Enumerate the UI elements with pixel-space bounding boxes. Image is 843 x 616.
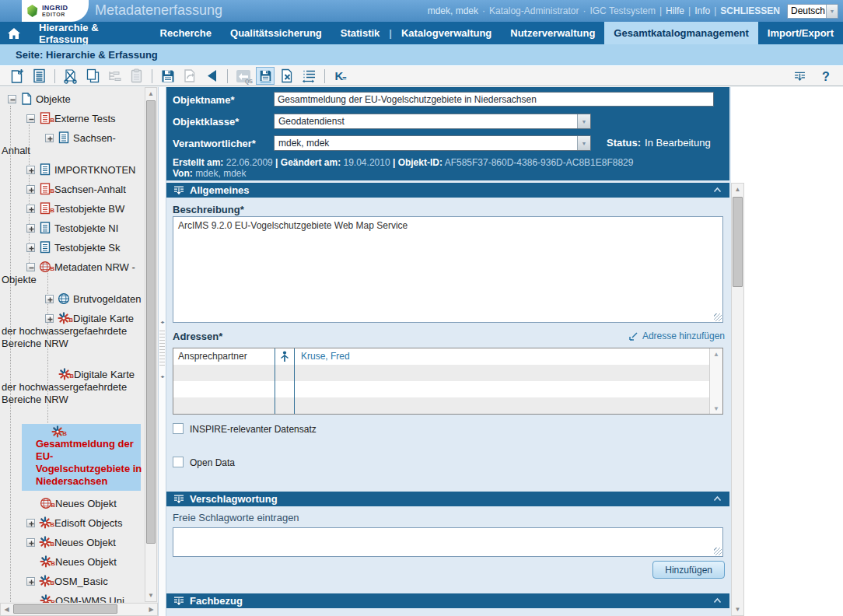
address-row-empty[interactable] — [173, 365, 709, 381]
resize-grip[interactable] — [714, 313, 722, 321]
collapse-chevron-icon[interactable] — [713, 597, 722, 604]
collapse-expander[interactable] — [8, 95, 16, 103]
splitter-collapse-icon[interactable]: ◂▸ — [159, 319, 166, 324]
tree-item-testobjekte-bw[interactable]: BTestobjekte BW — [0, 202, 143, 215]
nav-recherche[interactable]: Recherche — [151, 22, 221, 44]
copy-button[interactable] — [83, 67, 102, 85]
nav-nutzerverwaltung[interactable]: Nutzerverwaltung — [501, 22, 604, 44]
objektklasse-select[interactable]: Geodatendienst ▼ — [274, 114, 591, 129]
scroll-right-arrow[interactable]: ▶ — [145, 604, 157, 615]
dropdown-arrow-icon[interactable]: ▼ — [577, 136, 590, 150]
show-in-hierarchy-button[interactable] — [299, 67, 318, 85]
tree-item-brutvogeldaten[interactable]: Brutvogeldaten — [0, 292, 143, 306]
expand-expander[interactable] — [45, 314, 54, 323]
inspire-checkbox[interactable] — [173, 423, 184, 434]
home-button[interactable] — [0, 22, 30, 44]
tree-item-digitale-karte-1[interactable]: BDigitale Karte der hochwassergefaehrdet… — [0, 312, 143, 362]
scroll-down-arrow[interactable]: ▼ — [732, 604, 743, 615]
tree-item-edisoft-objects[interactable]: BEdisoft Objects — [0, 516, 143, 530]
new-object-button[interactable] — [8, 67, 26, 85]
save-button[interactable] — [159, 67, 177, 85]
expand-expander[interactable] — [26, 224, 35, 233]
section-verschlagwortung[interactable]: Verschlagwortung — [166, 492, 729, 506]
collapse-all-sections-button[interactable] — [790, 68, 809, 86]
dropdown-arrow-icon[interactable]: ▼ — [826, 5, 838, 18]
help-link[interactable]: Hilfe — [666, 5, 684, 16]
address-row-empty[interactable] — [173, 397, 709, 414]
page-help-button[interactable]: ? — [817, 68, 835, 86]
cut-button[interactable] — [61, 67, 80, 85]
objektname-input[interactable] — [274, 92, 714, 107]
dropdown-arrow-icon[interactable]: ▼ — [577, 114, 590, 128]
expand-expander[interactable] — [26, 166, 35, 174]
publish-button-active[interactable] — [256, 67, 275, 85]
nav-hierarchie-erfassung[interactable]: Hierarchie & Erfassung — [30, 22, 151, 44]
back-button[interactable] — [202, 67, 221, 85]
info-link[interactable]: Info — [694, 5, 710, 16]
form-vertical-scrollbar[interactable]: ▲ ▼ — [731, 183, 744, 616]
tree-item-digitale-karte-2[interactable]: BDigitale Karte der hochwassergefaehrdet… — [0, 368, 143, 418]
scrollbar-thumb[interactable] — [146, 100, 156, 544]
expand-expander[interactable] — [26, 577, 35, 586]
tree-item-importknoten[interactable]: IMPORTKNOTEN — [0, 163, 143, 177]
tree-item-sachsen-anhalt-2[interactable]: BSachsen-Anhalt — [0, 183, 143, 196]
close-link[interactable]: SCHLIESSEN — [720, 5, 780, 16]
language-select[interactable]: Deutsch ▼ — [787, 4, 838, 19]
tree-item-gesamtmeldung-selected[interactable]: B Gesamtmeldung der EU-Vogelschutzgebiet… — [22, 424, 141, 491]
section-allgemeines[interactable]: Allgemeines — [166, 183, 729, 198]
add-address-link[interactable]: Adresse hinzufügen — [628, 331, 725, 341]
paste-tree-button-disabled[interactable] — [105, 67, 124, 85]
nav-katalogverwaltung[interactable]: Katalogverwaltung — [392, 22, 501, 44]
collapse-chevron-icon[interactable] — [713, 495, 722, 502]
address-row[interactable]: Ansprechpartner Kruse, Fred — [173, 348, 709, 365]
scroll-up-arrow[interactable]: ▲ — [145, 88, 156, 100]
verantwortlicher-select[interactable]: mdek, mdek ▼ — [274, 135, 591, 151]
scrollbar-thumb[interactable] — [13, 604, 117, 614]
beschreibung-textarea[interactable]: ArcIMS 9.2.0 EU-Vogelschutzgebiete Web M… — [173, 216, 723, 323]
tree-item-externe-tests[interactable]: BExterne Tests — [0, 112, 143, 125]
expand-expander[interactable] — [45, 295, 54, 303]
expand-expander[interactable] — [26, 185, 35, 194]
open-data-checkbox[interactable] — [173, 457, 184, 467]
scrollbar-thumb[interactable] — [733, 197, 743, 287]
qs-submit-button-disabled[interactable]: QS — [234, 67, 253, 85]
nav-qualitaetssicherung[interactable]: Qualitätssicherung — [221, 22, 331, 44]
section-fachbezug[interactable]: Fachbezug — [166, 593, 729, 608]
scroll-left-arrow[interactable]: ◀ — [1, 604, 12, 615]
tree-horizontal-scrollbar[interactable]: ◀ ▶ — [0, 603, 158, 616]
nav-gesamtkatalogmanagement[interactable]: Gesamtkatalogmanagement — [604, 22, 757, 44]
hinzufuegen-button[interactable]: Hinzufügen — [652, 561, 725, 579]
collapse-expander[interactable] — [26, 114, 35, 123]
tree-vertical-scrollbar[interactable]: ▲ ▼ — [145, 87, 157, 602]
expand-expander[interactable] — [26, 205, 35, 213]
nav-import-export[interactable]: Import/Export — [758, 22, 843, 44]
splitter-collapse-icon[interactable]: ◂▸ — [159, 373, 166, 379]
address-row-empty[interactable] — [173, 381, 709, 397]
expand-expander[interactable] — [26, 519, 35, 527]
resize-grip[interactable] — [714, 548, 722, 555]
tree-item-objekte[interactable]: Objekte — [0, 93, 143, 106]
tree-item-neues-objekt-3[interactable]: BNeues Objekt — [0, 555, 143, 569]
tree-item-neues-objekt-1[interactable]: BNeues Objekt — [0, 497, 143, 510]
tree-item-testobjekte-sk[interactable]: Testobjekte Sk — [0, 241, 143, 254]
scroll-up-arrow[interactable]: ▲ — [710, 350, 722, 358]
paste-button-disabled[interactable] — [127, 67, 145, 85]
overview-button[interactable] — [30, 67, 48, 85]
scroll-up-arrow[interactable]: ▲ — [732, 184, 743, 195]
tree-item-neues-objekt-2[interactable]: BNeues Objekt — [0, 536, 143, 549]
expand-expander[interactable] — [45, 134, 54, 142]
discard-button-disabled[interactable] — [180, 67, 199, 85]
address-table-scrollbar[interactable]: ▲ ▼ — [709, 348, 722, 414]
tree-item-testobjekte-ni[interactable]: Testobjekte NI — [0, 222, 143, 235]
tree-item-osm-basic[interactable]: BOSM_Basic — [0, 575, 143, 588]
splitter-grip[interactable] — [159, 331, 165, 368]
collapse-expander[interactable] — [26, 263, 35, 271]
compare-versions-button[interactable]: K = — [331, 67, 350, 85]
collapse-chevron-icon[interactable] — [713, 187, 722, 193]
delete-button[interactable] — [278, 67, 296, 85]
panel-splitter[interactable]: ◂▸ ◂▸ — [158, 87, 166, 616]
tree-item-metadaten-nrw[interactable]: BMetadaten NRW - Objekte — [0, 261, 143, 286]
tree-item-sachsen-anhalt[interactable]: Sachsen-Anhalt — [0, 131, 143, 157]
freie-schlagworte-textarea[interactable] — [173, 527, 723, 557]
expand-expander[interactable] — [26, 243, 35, 252]
